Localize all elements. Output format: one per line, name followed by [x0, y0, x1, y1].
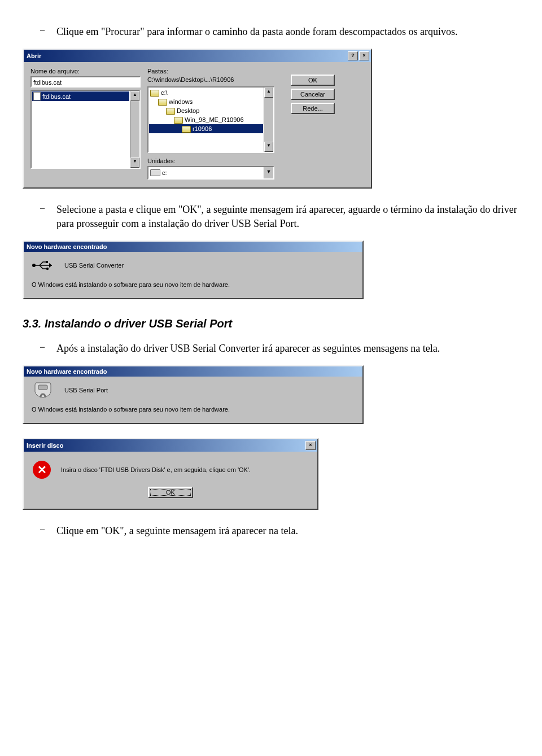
folder-icon [182, 126, 191, 133]
filename-value: ftdibus.cat [33, 79, 62, 86]
folder-tree[interactable]: c:\windowsDesktopWin_98_ME_R10906r10906 … [147, 86, 274, 153]
folder-label: c:\ [161, 88, 168, 97]
folder-icon [166, 108, 175, 115]
install-message: O Windows está instalando o software par… [32, 281, 356, 288]
file-list-item[interactable]: ftdibus.cat [32, 91, 129, 101]
serial-port-icon [32, 383, 54, 397]
help-button[interactable]: ? [348, 51, 358, 60]
ok-button[interactable]: OK [291, 75, 335, 86]
section-heading: 3.3. Instalando o driver USB Serial Port [23, 317, 519, 330]
current-path: C:\windows\Desktop\...\R10906 [147, 76, 274, 83]
chevron-down-icon: ▼ [264, 167, 273, 178]
insert-disk-dialog: Inserir disco × ✕ Insira o disco 'FTDI U… [23, 438, 318, 510]
scroll-down-button[interactable]: ▼ [264, 142, 273, 152]
dialog-titlebar: Novo hardware encontrado [24, 366, 362, 377]
bullet-item: − Clique em "OK", a seguinte mensagem ir… [40, 524, 519, 537]
network-button[interactable]: Rede... [291, 103, 335, 114]
file-listbox[interactable]: ftdibus.cat ▲ ▼ [30, 90, 141, 169]
bullet-text: Selecione a pasta e clique em "OK", a se… [56, 203, 519, 230]
bullet-text: Clique em "Procurar" para informar o cam… [56, 25, 519, 38]
file-icon [33, 92, 41, 100]
bullet-text: Clique em "OK", a seguinte mensagem irá … [56, 524, 519, 537]
drive-value: c: [162, 169, 167, 176]
open-dialog: Abrir ? × Nome do arquivo: ftdibus.cat f… [23, 49, 372, 189]
bullet-item: − Clique em "Procurar" para informar o c… [40, 25, 519, 38]
cancel-button[interactable]: Cancelar [291, 89, 335, 100]
dialog-titlebar: Inserir disco × [24, 439, 317, 452]
filename-label: Nome do arquivo: [30, 68, 141, 75]
bullet-dash: − [40, 342, 56, 355]
folder-icon [158, 99, 167, 106]
svg-point-3 [46, 268, 49, 270]
new-hardware-dialog: Novo hardware encontrado USB Serial Port… [23, 365, 364, 424]
folder-tree-item[interactable]: c:\ [149, 88, 263, 97]
scroll-up-button[interactable]: ▲ [130, 91, 139, 101]
folder-tree-item[interactable]: Win_98_ME_R10906 [149, 115, 263, 124]
listbox-scrollbar[interactable]: ▲ ▼ [130, 91, 139, 168]
bullet-item: − Selecione a pasta e clique em "OK", a … [40, 203, 519, 230]
open-dialog-titlebar: Abrir ? × [24, 50, 371, 62]
bullet-text: Após a instalação do driver USB Serial C… [56, 342, 519, 355]
folder-icon [150, 90, 159, 97]
device-name: USB Serial Converter [64, 262, 124, 269]
folder-label: r10906 [193, 124, 212, 133]
bullet-item: − Após a instalação do driver USB Serial… [40, 342, 519, 355]
filename-input[interactable]: ftdibus.cat [30, 76, 141, 88]
folder-icon [174, 117, 183, 124]
svg-rect-4 [38, 385, 47, 390]
error-icon: ✕ [33, 461, 51, 479]
close-button[interactable]: × [305, 441, 316, 450]
tree-scrollbar[interactable]: ▲ ▼ [264, 88, 273, 152]
scroll-up-button[interactable]: ▲ [264, 88, 273, 98]
dialog-title: Novo hardware encontrado [27, 243, 107, 250]
dialog-title: Inserir disco [27, 442, 63, 449]
folder-tree-item[interactable]: windows [149, 97, 263, 106]
device-name: USB Serial Port [64, 387, 108, 394]
folder-tree-item[interactable]: r10906 [149, 124, 263, 133]
usb-icon [32, 259, 54, 272]
drives-dropdown[interactable]: c: ▼ [147, 166, 274, 180]
close-button[interactable]: × [359, 51, 369, 60]
install-message: O Windows está instalando o software par… [32, 406, 356, 413]
new-hardware-dialog: Novo hardware encontrado USB Serial Conv… [23, 241, 364, 299]
bullet-dash: − [40, 25, 56, 38]
folder-tree-item[interactable]: Desktop [149, 106, 263, 115]
dialog-title: Novo hardware encontrado [27, 368, 107, 375]
bullet-dash: − [40, 203, 56, 230]
open-dialog-title: Abrir [27, 53, 41, 59]
dialog-titlebar: Novo hardware encontrado [24, 242, 362, 252]
drive-icon [150, 169, 160, 176]
insert-disk-message: Insira o disco 'FTDI USB Drivers Disk' e… [61, 466, 251, 473]
svg-rect-2 [46, 261, 48, 263]
folders-label: Pastas: [147, 68, 274, 75]
ok-button[interactable]: OK [148, 487, 193, 498]
folder-label: Win_98_ME_R10906 [185, 115, 244, 124]
drives-label: Unidades: [147, 158, 274, 164]
bullet-dash: − [40, 524, 56, 537]
folder-label: windows [169, 97, 193, 106]
file-item-label: ftdibus.cat [42, 93, 71, 100]
scroll-down-button[interactable]: ▼ [130, 158, 139, 168]
folder-label: Desktop [177, 106, 199, 115]
